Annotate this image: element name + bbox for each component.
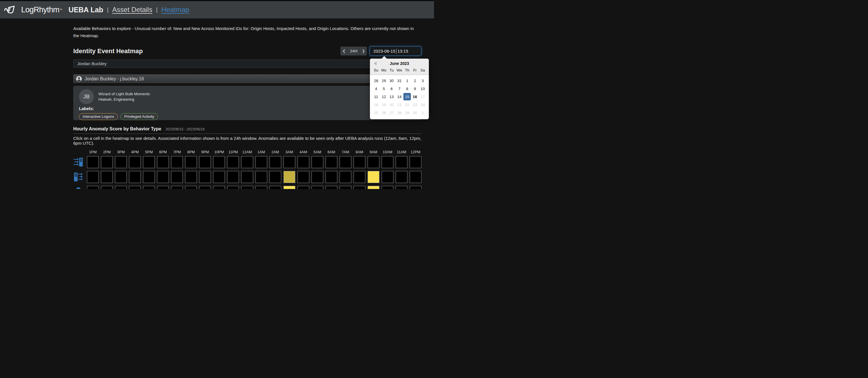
heatmap-cell-origin-hosts-4AM[interactable] — [298, 171, 309, 183]
next-24h-button[interactable] — [360, 46, 367, 56]
user-section-header[interactable]: Jordan Buckley - j.buckley.16 — [73, 74, 422, 83]
calendar-day-30[interactable]: 30 — [388, 76, 395, 85]
calendar-day-31[interactable]: 31 — [395, 76, 403, 85]
heatmap-cell-origin-hosts-12PM[interactable] — [410, 171, 422, 183]
heatmap-cell-origin-hosts-6PM[interactable] — [157, 171, 169, 183]
datetime-input[interactable]: 2023-06-1513:15 — [370, 46, 422, 56]
heatmap-cell-origin-locations-4PM[interactable] — [129, 186, 141, 189]
calendar-day-11[interactable]: 11 — [372, 93, 380, 101]
heatmap-cell-impacted-hosts-5AM[interactable] — [312, 156, 323, 168]
heatmap-cell-impacted-hosts-12AM[interactable] — [241, 156, 253, 168]
heatmap-cell-impacted-hosts-1AM[interactable] — [255, 156, 267, 168]
calendar-day-16[interactable]: 16 — [411, 93, 419, 101]
heatmap-cell-impacted-hosts-2AM[interactable] — [270, 156, 281, 168]
heatmap-cell-origin-hosts-12AM[interactable] — [241, 171, 253, 183]
heatmap-cell-origin-locations-5AM[interactable] — [312, 186, 323, 189]
heatmap-cell-origin-locations-2AM[interactable] — [270, 186, 281, 189]
heatmap-cell-origin-hosts-4PM[interactable] — [129, 171, 141, 183]
calendar-day-6[interactable]: 6 — [388, 85, 395, 93]
heatmap-cell-impacted-hosts-7PM[interactable] — [171, 156, 183, 168]
heatmap-cell-impacted-hosts-10AM[interactable] — [382, 156, 393, 168]
calendar-day-13[interactable]: 13 — [388, 93, 395, 101]
heatmap-cell-origin-hosts-6AM[interactable] — [326, 171, 337, 183]
heatmap-cell-origin-locations-8AM[interactable] — [353, 186, 365, 189]
heatmap-cell-origin-locations-2PM[interactable] — [101, 186, 113, 189]
heatmap-cell-origin-hosts-2PM[interactable] — [101, 171, 113, 183]
heatmap-cell-origin-hosts-11AM[interactable] — [396, 171, 407, 183]
heatmap-cell-origin-hosts-9AM[interactable] — [368, 171, 379, 183]
heatmap-cell-impacted-hosts-9AM[interactable] — [368, 156, 379, 168]
heatmap-cell-origin-locations-6PM[interactable] — [157, 186, 169, 189]
calendar-day-2[interactable]: 2 — [411, 76, 419, 85]
heatmap-cell-impacted-hosts-9PM[interactable] — [199, 156, 211, 168]
heatmap-cell-impacted-hosts-6PM[interactable] — [157, 156, 169, 168]
calendar-day-8[interactable]: 8 — [403, 85, 411, 93]
heatmap-cell-origin-hosts-5AM[interactable] — [312, 171, 323, 183]
heatmap-cell-origin-hosts-7AM[interactable] — [340, 171, 351, 183]
calendar-day-10[interactable]: 10 — [419, 85, 427, 93]
user-select-input[interactable]: Jordan Buckley — [73, 60, 422, 68]
heatmap-cell-origin-locations-12PM[interactable] — [410, 186, 422, 189]
heatmap-cell-origin-locations-10PM[interactable] — [213, 186, 225, 189]
heatmap-cell-origin-hosts-10PM[interactable] — [213, 171, 225, 183]
calendar-day-15[interactable]: 15 — [403, 93, 411, 101]
heatmap-cell-origin-locations-7AM[interactable] — [340, 186, 351, 189]
calendar-day-4[interactable]: 4 — [372, 85, 380, 93]
calendar-day-3[interactable]: 3 — [419, 76, 427, 85]
calendar-day-14[interactable]: 14 — [395, 93, 403, 101]
heatmap-cell-impacted-hosts-5PM[interactable] — [143, 156, 155, 168]
heatmap-cell-origin-hosts-2AM[interactable] — [270, 171, 281, 183]
calendar-day-9[interactable]: 9 — [411, 85, 419, 93]
calendar-day-12[interactable]: 12 — [380, 93, 388, 101]
heatmap-cell-impacted-hosts-3PM[interactable] — [115, 156, 127, 168]
calendar-day-29[interactable]: 29 — [380, 76, 388, 85]
heatmap-cell-origin-hosts-9PM[interactable] — [199, 171, 211, 183]
heatmap-cell-impacted-hosts-4PM[interactable] — [129, 156, 141, 168]
heatmap-cell-origin-locations-3AM[interactable] — [283, 186, 295, 189]
heatmap-cell-origin-locations-10AM[interactable] — [382, 186, 393, 189]
heatmap-cell-impacted-hosts-12PM[interactable] — [410, 156, 422, 168]
heatmap-cell-origin-locations-11PM[interactable] — [227, 186, 239, 189]
prev-24h-button[interactable] — [340, 46, 348, 56]
heatmap-cell-origin-locations-8PM[interactable] — [185, 186, 197, 189]
heatmap-cell-impacted-hosts-10PM[interactable] — [213, 156, 225, 168]
heatmap-cell-origin-hosts-1AM[interactable] — [255, 171, 267, 183]
heatmap-cell-origin-hosts-3PM[interactable] — [115, 171, 127, 183]
nav-link-asset-details[interactable]: Asset Details — [112, 6, 152, 14]
calendar-day-1[interactable]: 1 — [403, 76, 411, 85]
heatmap-cell-origin-locations-9AM[interactable] — [368, 186, 379, 189]
heatmap-cell-origin-hosts-8PM[interactable] — [185, 171, 197, 183]
heatmap-cell-impacted-hosts-3AM[interactable] — [283, 156, 295, 168]
heatmap-cell-origin-locations-1PM[interactable] — [87, 186, 99, 189]
heatmap-cell-origin-locations-9PM[interactable] — [199, 186, 211, 189]
heatmap-cell-impacted-hosts-2PM[interactable] — [101, 156, 113, 168]
heatmap-cell-origin-locations-5PM[interactable] — [143, 186, 155, 189]
heatmap-cell-impacted-hosts-1PM[interactable] — [87, 156, 99, 168]
calendar-day-5[interactable]: 5 — [380, 85, 388, 93]
heatmap-cell-origin-locations-11AM[interactable] — [396, 186, 407, 189]
heatmap-cell-origin-locations-4AM[interactable] — [298, 186, 309, 189]
heatmap-cell-origin-hosts-3AM[interactable] — [283, 171, 295, 183]
heatmap-cell-origin-hosts-8AM[interactable] — [353, 171, 365, 183]
heatmap-cell-origin-hosts-11PM[interactable] — [227, 171, 239, 183]
heatmap-cell-origin-locations-3PM[interactable] — [115, 186, 127, 189]
heatmap-cell-impacted-hosts-8AM[interactable] — [353, 156, 365, 168]
nav-link-heatmap[interactable]: Heatmap — [161, 6, 189, 14]
heatmap-cell-origin-hosts-5PM[interactable] — [143, 171, 155, 183]
heatmap-cell-origin-locations-6AM[interactable] — [326, 186, 337, 189]
heatmap-cell-impacted-hosts-8PM[interactable] — [185, 156, 197, 168]
heatmap-cell-impacted-hosts-11AM[interactable] — [396, 156, 407, 168]
calendar-day-7[interactable]: 7 — [395, 85, 403, 93]
heatmap-cell-origin-hosts-10AM[interactable] — [382, 171, 393, 183]
heatmap-cell-impacted-hosts-4AM[interactable] — [298, 156, 309, 168]
heatmap-cell-origin-locations-12AM[interactable] — [241, 186, 253, 189]
heatmap-cell-origin-hosts-7PM[interactable] — [171, 171, 183, 183]
heatmap-cell-impacted-hosts-11PM[interactable] — [227, 156, 239, 168]
calendar-prev-month-icon[interactable] — [374, 61, 376, 65]
heatmap-cell-origin-hosts-1PM[interactable] — [87, 171, 99, 183]
heatmap-cell-impacted-hosts-7AM[interactable] — [340, 156, 351, 168]
heatmap-cell-origin-locations-1AM[interactable] — [255, 186, 267, 189]
heatmap-cell-origin-locations-7PM[interactable] — [171, 186, 183, 189]
heatmap-cell-impacted-hosts-6AM[interactable] — [326, 156, 337, 168]
calendar-day-28[interactable]: 28 — [372, 76, 380, 85]
